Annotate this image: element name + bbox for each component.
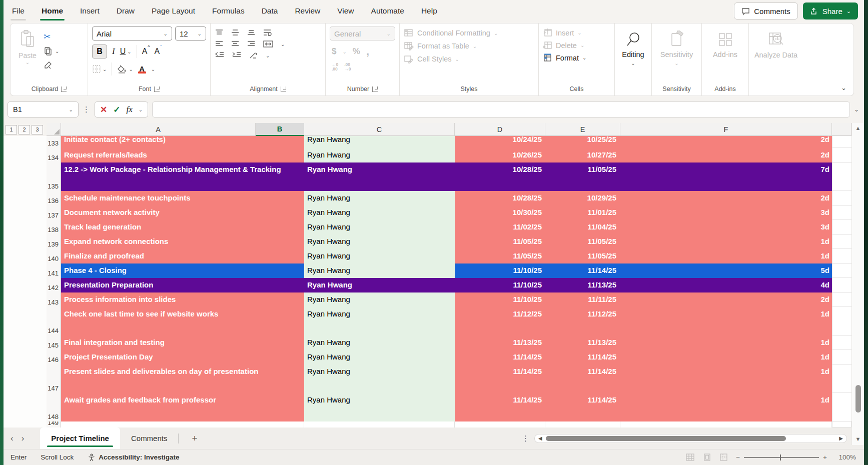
horizontal-scrollbar-thumb[interactable] [546, 436, 786, 441]
underline-button[interactable]: U⌄ [120, 47, 132, 56]
start-date-cell[interactable]: 11/14/25 [455, 393, 545, 422]
tab-review[interactable]: Review [286, 0, 329, 22]
row-header-148[interactable]: 148 [47, 393, 61, 422]
empty-cell[interactable] [832, 249, 851, 264]
assignee-cell[interactable]: Ryan Hwang [304, 292, 455, 307]
merge-center-icon[interactable] [263, 40, 274, 48]
copy-button[interactable]: ⌄ [44, 46, 59, 56]
zoom-out-icon[interactable]: − [736, 454, 740, 461]
page-layout-view-icon[interactable] [703, 453, 711, 462]
add-sheet-button[interactable]: + [179, 428, 210, 449]
scroll-up-icon[interactable]: ▲ [855, 123, 861, 133]
duration-cell[interactable]: 1d [620, 336, 832, 350]
number-dialog-launcher[interactable] [372, 86, 378, 92]
row-header-141[interactable]: 141 [47, 264, 61, 278]
start-date-cell[interactable]: 10/26/25 [455, 148, 545, 162]
bold-button[interactable]: B [92, 44, 107, 58]
duration-cell[interactable]: 7d [620, 162, 832, 191]
align-left-icon[interactable] [215, 40, 224, 48]
end-date-cell[interactable]: 11/14/25 [545, 393, 620, 422]
assignee-cell[interactable]: Ryan Hwang [304, 307, 455, 336]
bottom-align-icon[interactable] [247, 29, 256, 36]
empty-cell[interactable] [832, 162, 851, 191]
enter-icon[interactable]: ✓ [113, 104, 120, 115]
sheet-tab-project-timeline[interactable]: Project Timeline [40, 428, 120, 449]
start-date-cell[interactable]: 10/30/25 [455, 206, 545, 220]
empty-cell[interactable] [832, 206, 851, 220]
increase-font-button[interactable]: A^ [142, 47, 150, 56]
font-name-select[interactable]: Arial⌄ [92, 26, 172, 40]
end-date-cell[interactable]: 10/27/25 [545, 148, 620, 162]
prev-sheet-icon[interactable]: ‹ [4, 434, 21, 444]
empty-cell[interactable] [832, 336, 851, 350]
align-center-icon[interactable] [231, 40, 240, 48]
task-cell[interactable]: Process information into slides [61, 292, 304, 307]
tab-file[interactable]: File [4, 0, 33, 22]
task-cell[interactable]: Schedule maintenance touchpoints [61, 191, 304, 206]
tab-data[interactable]: Data [253, 0, 287, 22]
scroll-down-icon[interactable]: ▼ [855, 434, 861, 444]
assignee-cell[interactable]: Ryan Hwang [304, 148, 455, 162]
zoom-in-icon[interactable]: + [823, 454, 827, 461]
column-header-a[interactable]: A [61, 123, 256, 136]
font-color-button[interactable]: A [138, 65, 146, 74]
format-as-table-button[interactable]: Format as Table ⌄ [404, 42, 498, 50]
assignee-cell[interactable]: Ryan Hwang [304, 234, 455, 249]
tab-home[interactable]: Home [33, 0, 72, 22]
duration-cell[interactable]: 1d [620, 364, 832, 393]
end-date-cell[interactable]: 11/04/25 [545, 220, 620, 234]
end-date-cell[interactable]: 11/12/25 [545, 307, 620, 336]
column-header-f[interactable]: F [620, 123, 832, 136]
empty-cell[interactable] [832, 393, 851, 422]
duration-cell[interactable]: 3d [620, 220, 832, 234]
start-date-cell[interactable]: 10/24/25 [455, 136, 545, 148]
task-cell[interactable] [61, 422, 304, 428]
tab-automate[interactable]: Automate [363, 0, 413, 22]
empty-cell[interactable] [832, 350, 851, 364]
name-box-options-icon[interactable]: ⋮ [83, 105, 91, 114]
decrease-font-button[interactable]: Aˇ [155, 47, 162, 56]
outline-level-2-button[interactable]: 2 [19, 125, 30, 134]
empty-cell[interactable] [832, 234, 851, 249]
task-cell[interactable]: 12.2 -> Work Package - Relationship Mana… [61, 162, 304, 191]
assignee-cell[interactable]: Ryan Hwang [304, 278, 455, 292]
duration-cell[interactable]: 3d [620, 206, 832, 220]
cancel-icon[interactable]: ✕ [100, 104, 107, 115]
end-date-cell[interactable]: 10/29/25 [545, 191, 620, 206]
end-date-cell[interactable] [545, 422, 620, 428]
empty-cell[interactable] [832, 264, 851, 278]
sensitivity-button[interactable]: Sensitivity ⌄ [656, 26, 697, 82]
duration-cell[interactable]: 2d [620, 292, 832, 307]
assignee-cell[interactable]: Ryan Hwang [304, 206, 455, 220]
duration-cell[interactable]: 4d [620, 278, 832, 292]
duration-cell[interactable]: 1d [620, 350, 832, 364]
start-date-cell[interactable]: 10/28/25 [455, 191, 545, 206]
sheet-tab-comments[interactable]: Comments [120, 428, 179, 449]
next-sheet-icon[interactable]: › [21, 434, 32, 444]
duration-cell[interactable]: 1d [620, 249, 832, 264]
tab-options-icon[interactable]: ⋮ [522, 434, 529, 443]
assignee-cell[interactable]: Ryan Hwang [304, 249, 455, 264]
normal-view-icon[interactable] [685, 453, 695, 462]
increase-decimal-button[interactable]: ←0.00 [332, 62, 338, 72]
vertical-scrollbar[interactable]: ▲ ▼ [851, 123, 864, 445]
alignment-dialog-launcher[interactable] [281, 86, 286, 92]
row-header-136[interactable]: 136 [47, 191, 61, 206]
name-box[interactable]: B1 ⌄ [8, 102, 79, 118]
start-date-cell[interactable]: 10/28/25 [455, 162, 545, 191]
expand-formula-bar-icon[interactable]: ⌄ [854, 106, 864, 113]
empty-cell[interactable] [832, 422, 851, 428]
task-cell[interactable]: Check one last time to see if website wo… [61, 307, 304, 336]
task-cell[interactable]: Initiate contact (2+ contacts) [61, 136, 304, 148]
task-cell[interactable]: Await grades and feedback from professor [61, 393, 304, 422]
start-date-cell[interactable]: 11/12/25 [455, 307, 545, 336]
insert-function-button[interactable]: fx [127, 104, 133, 114]
empty-cell[interactable] [832, 191, 851, 206]
task-cell[interactable]: Request referrals/leads [61, 148, 304, 162]
start-date-cell[interactable]: 11/02/25 [455, 220, 545, 234]
wrap-text-icon[interactable] [263, 28, 273, 36]
horizontal-scrollbar[interactable]: ◀ ▶ [534, 434, 847, 443]
scroll-left-icon[interactable]: ◀ [538, 436, 542, 441]
increase-indent-icon[interactable] [232, 52, 242, 59]
duration-cell[interactable]: 2d [620, 191, 832, 206]
